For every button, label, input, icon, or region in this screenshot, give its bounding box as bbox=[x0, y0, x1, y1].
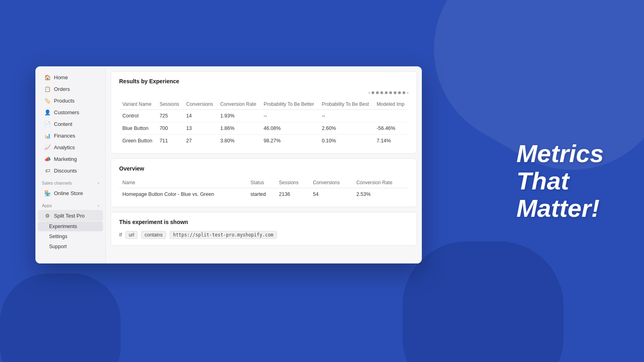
sidebar-item-products[interactable]: 🏷️ Products bbox=[38, 95, 103, 106]
pagination-prev[interactable]: ‹ bbox=[369, 90, 370, 95]
pagination-controls: ‹ › bbox=[119, 90, 409, 95]
cell-conversion-rate: 3.80% bbox=[217, 135, 260, 147]
table-row: Control 725 14 1.93% -- -- bbox=[119, 110, 409, 122]
dot-4 bbox=[385, 91, 388, 94]
cell-sessions: 2136 bbox=[276, 188, 310, 201]
hero-text: Metrics That Matter! bbox=[516, 140, 604, 222]
cell-conversion-rate: 1.86% bbox=[217, 122, 260, 135]
results-section: Results by Experience ‹ › Variant Name S… bbox=[111, 71, 417, 154]
url-tag: url bbox=[125, 231, 138, 239]
cell-prob-better: -- bbox=[260, 110, 318, 122]
sidebar-sub-experiments[interactable]: Experiments bbox=[38, 222, 103, 231]
results-title: Results by Experience bbox=[119, 78, 409, 84]
cell-modeled-imp: -56.46% bbox=[374, 122, 409, 135]
bg-decoration-3 bbox=[0, 274, 121, 362]
sidebar-item-analytics[interactable]: 📈 Analytics bbox=[38, 142, 103, 153]
url-value: https://split-test-pro.myshopify.com bbox=[169, 231, 277, 239]
col-prob-better: Probability To Be Better bbox=[260, 99, 318, 110]
cell-sessions: 700 bbox=[156, 122, 183, 135]
cell-conversions: 27 bbox=[183, 135, 217, 147]
products-icon: 🏷️ bbox=[44, 97, 51, 104]
cell-variant: Control bbox=[119, 110, 156, 122]
col-prob-best: Probability To Be Best bbox=[318, 99, 373, 110]
hero-line2: That bbox=[516, 167, 604, 195]
sidebar-sub-label-settings: Settings bbox=[49, 234, 67, 239]
col-conversion-rate: Conversion Rate bbox=[217, 99, 260, 110]
hero-line1: Metrics bbox=[516, 140, 604, 167]
cell-status: started bbox=[247, 188, 276, 201]
sidebar-item-home[interactable]: 🏠 Home bbox=[38, 72, 103, 83]
sidebar-item-online-store[interactable]: 🏪 Online Store bbox=[38, 187, 103, 199]
pagination-next[interactable]: › bbox=[407, 90, 409, 95]
ov-col-conversions: Conversions bbox=[310, 177, 353, 188]
dot-8 bbox=[402, 91, 405, 94]
sidebar-item-content[interactable]: 📄 Content bbox=[38, 118, 103, 130]
home-icon: 🏠 bbox=[44, 74, 51, 80]
sidebar-label-marketing: Marketing bbox=[54, 156, 77, 162]
dot-6 bbox=[394, 91, 396, 94]
dot-7 bbox=[398, 91, 401, 94]
sidebar-label-online-store: Online Store bbox=[54, 190, 83, 196]
cell-variant: Green Button bbox=[119, 135, 156, 147]
orders-icon: 📋 bbox=[44, 86, 51, 92]
dot-2 bbox=[376, 91, 379, 94]
cell-modeled-imp: 7.14% bbox=[374, 135, 409, 147]
hero-line3: Matter! bbox=[516, 195, 604, 222]
dot-3 bbox=[380, 91, 383, 94]
cell-sessions: 711 bbox=[156, 135, 183, 147]
col-modeled-imp: Modeled Imp bbox=[374, 99, 409, 110]
overview-section: Overview Name Status Sessions Conversion… bbox=[111, 158, 417, 207]
cell-modeled-imp bbox=[374, 110, 409, 122]
discounts-icon: 🏷 bbox=[44, 167, 51, 174]
cell-conversions: 14 bbox=[183, 110, 217, 122]
shown-section: This experiment is shown If url contains… bbox=[111, 212, 417, 246]
cell-prob-best: 0.10% bbox=[318, 135, 373, 147]
sidebar-item-split-test-pro[interactable]: ⚙ Split Test Pro bbox=[38, 210, 103, 221]
if-label: If bbox=[119, 232, 122, 238]
ov-col-rate: Conversion Rate bbox=[353, 177, 409, 188]
cell-sessions: 725 bbox=[156, 110, 183, 122]
sidebar-label-orders: Orders bbox=[54, 86, 70, 92]
cell-variant: Blue Button bbox=[119, 122, 156, 135]
sidebar-item-orders[interactable]: 📋 Orders bbox=[38, 83, 103, 95]
ov-col-status: Status bbox=[247, 177, 276, 188]
shown-row: If url contains https://split-test-pro.m… bbox=[119, 231, 409, 239]
overview-table: Name Status Sessions Conversions Convers… bbox=[119, 177, 409, 200]
overview-title: Overview bbox=[119, 165, 409, 172]
sidebar-sub-support[interactable]: Support bbox=[38, 242, 103, 251]
sidebar-item-finances[interactable]: 📊 Finances bbox=[38, 130, 103, 141]
sidebar: 🏠 Home 📋 Orders 🏷️ Products 👤 Customers … bbox=[35, 66, 106, 263]
cell-name: Homepage Button Color - Blue vs. Green bbox=[119, 188, 247, 201]
sidebar-sub-label-support: Support bbox=[49, 244, 67, 249]
sidebar-sub-settings[interactable]: Settings bbox=[38, 232, 103, 241]
online-store-icon: 🏪 bbox=[44, 190, 51, 196]
sidebar-label-home: Home bbox=[54, 74, 68, 80]
sidebar-item-customers[interactable]: 👤 Customers bbox=[38, 107, 103, 118]
main-content: Results by Experience ‹ › Variant Name S… bbox=[106, 66, 422, 263]
sidebar-label-split-test-pro: Split Test Pro bbox=[54, 213, 85, 219]
sidebar-item-marketing[interactable]: 📣 Marketing bbox=[38, 153, 103, 165]
sidebar-label-content: Content bbox=[54, 121, 72, 127]
sales-channels-section: Sales channels › bbox=[35, 177, 105, 187]
col-sessions: Sessions bbox=[156, 99, 183, 110]
cell-conversions: 54 bbox=[310, 188, 353, 201]
contains-tag: contains bbox=[141, 231, 166, 239]
apps-arrow: › bbox=[98, 204, 99, 208]
customers-icon: 👤 bbox=[44, 109, 51, 115]
bg-decoration-2 bbox=[402, 241, 564, 362]
shown-title: This experiment is shown bbox=[119, 219, 409, 225]
cell-prob-best: -- bbox=[318, 110, 373, 122]
sales-channels-arrow: › bbox=[98, 181, 99, 185]
ov-col-name: Name bbox=[119, 177, 247, 188]
sidebar-label-customers: Customers bbox=[54, 109, 79, 115]
sidebar-label-products: Products bbox=[54, 98, 74, 104]
col-variant-name: Variant Name bbox=[119, 99, 156, 110]
dot-5 bbox=[389, 91, 392, 94]
content-icon: 📄 bbox=[44, 121, 51, 127]
finances-icon: 📊 bbox=[44, 132, 51, 139]
sidebar-label-discounts: Discounts bbox=[54, 168, 77, 174]
sidebar-item-discounts[interactable]: 🏷 Discounts bbox=[38, 165, 103, 176]
table-row: Homepage Button Color - Blue vs. Green s… bbox=[119, 188, 409, 201]
app-window: 🏠 Home 📋 Orders 🏷️ Products 👤 Customers … bbox=[35, 66, 422, 263]
cell-prob-best: 2.60% bbox=[318, 122, 373, 135]
